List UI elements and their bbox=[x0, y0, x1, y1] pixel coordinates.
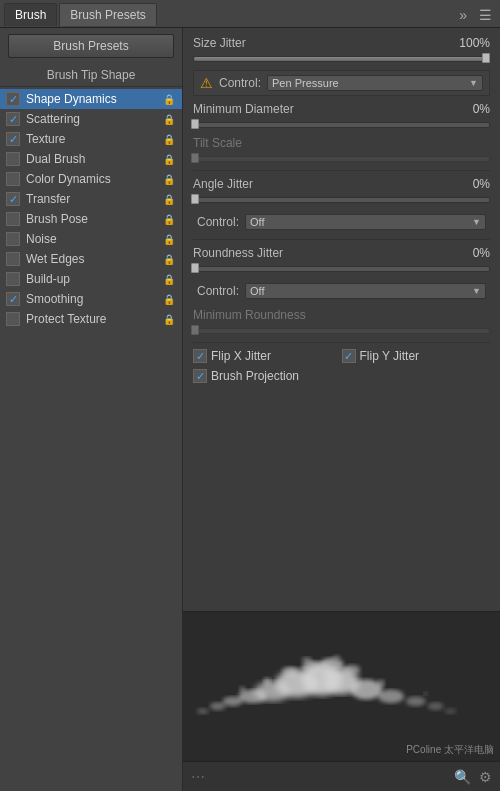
brush-tip-shape-title: Brush Tip Shape bbox=[0, 64, 182, 87]
settings-icon[interactable]: ⚙ bbox=[479, 769, 492, 785]
expand-icon[interactable]: » bbox=[455, 7, 471, 23]
label-wet-edges: Wet Edges bbox=[26, 252, 162, 266]
checkbox-texture[interactable] bbox=[6, 132, 20, 146]
label-dual-brush: Dual Brush bbox=[26, 152, 162, 166]
label-brush-pose: Brush Pose bbox=[26, 212, 162, 226]
svg-point-18 bbox=[239, 687, 245, 693]
sidebar-item-scattering[interactable]: Scattering 🔒 bbox=[0, 109, 182, 129]
svg-point-14 bbox=[282, 667, 298, 677]
lock-icon-color-dynamics: 🔒 bbox=[162, 172, 176, 186]
checkbox-wet-edges[interactable] bbox=[6, 252, 20, 266]
checkbox-build-up[interactable] bbox=[6, 272, 20, 286]
checkbox-color-dynamics[interactable] bbox=[6, 172, 20, 186]
brush-presets-button[interactable]: Brush Presets bbox=[8, 34, 174, 58]
roundness-jitter-value: 0% bbox=[450, 246, 490, 260]
lock-icon-wet-edges: 🔒 bbox=[162, 252, 176, 266]
control-off1-label: Control: bbox=[197, 215, 239, 229]
checkbox-protect-texture[interactable] bbox=[6, 312, 20, 326]
sidebar-item-smoothing[interactable]: Smoothing 🔒 bbox=[0, 289, 182, 309]
right-panel: Size Jitter 100% ⚠ Control: Pen Pressure… bbox=[183, 28, 500, 791]
angle-jitter-label: Angle Jitter bbox=[193, 177, 450, 191]
size-jitter-value: 100% bbox=[450, 36, 490, 50]
warning-icon: ⚠ bbox=[200, 75, 213, 91]
control-label-text: Control: bbox=[219, 76, 261, 90]
sidebar-item-transfer[interactable]: Transfer 🔒 bbox=[0, 189, 182, 209]
sidebar-item-shape-dynamics[interactable]: Shape Dynamics 🔒 bbox=[0, 89, 182, 109]
brush-preview: PColine 太平洋电脑 bbox=[183, 611, 500, 761]
svg-point-16 bbox=[320, 658, 344, 672]
min-diameter-label: Minimum Diameter bbox=[193, 102, 450, 116]
checkbox-flip-x[interactable] bbox=[193, 349, 207, 363]
label-shape-dynamics: Shape Dynamics bbox=[26, 92, 162, 106]
svg-point-20 bbox=[377, 680, 385, 688]
checkbox-flip-y[interactable] bbox=[342, 349, 356, 363]
min-diameter-slider[interactable] bbox=[193, 120, 490, 130]
checkbox-shape-dynamics[interactable] bbox=[6, 92, 20, 106]
sidebar-item-brush-pose[interactable]: Brush Pose 🔒 bbox=[0, 209, 182, 229]
svg-point-1 bbox=[197, 708, 209, 714]
tilt-scale-slider[interactable] bbox=[193, 154, 490, 164]
tilt-scale-row: Tilt Scale bbox=[193, 136, 490, 150]
size-jitter-slider[interactable] bbox=[193, 54, 490, 64]
sidebar-item-texture[interactable]: Texture 🔒 bbox=[0, 129, 182, 149]
sidebar-item-protect-texture[interactable]: Protect Texture 🔒 bbox=[0, 309, 182, 329]
size-jitter-label: Size Jitter bbox=[193, 36, 450, 50]
flip-x-label: Flip X Jitter bbox=[211, 349, 322, 363]
sidebar-item-dual-brush[interactable]: Dual Brush 🔒 bbox=[0, 149, 182, 169]
checkbox-smoothing[interactable] bbox=[6, 292, 20, 306]
label-color-dynamics: Color Dynamics bbox=[26, 172, 162, 186]
checkbox-noise[interactable] bbox=[6, 232, 20, 246]
svg-point-19 bbox=[263, 678, 271, 686]
checkbox-dual-brush[interactable] bbox=[6, 152, 20, 166]
svg-point-21 bbox=[424, 691, 428, 695]
pen-pressure-dropdown[interactable]: Pen Pressure ▼ bbox=[267, 75, 483, 91]
roundness-jitter-slider[interactable] bbox=[193, 264, 490, 274]
dropdown-arrow: ▼ bbox=[469, 78, 478, 88]
roundness-jitter-label: Roundness Jitter bbox=[193, 246, 450, 260]
min-roundness-row: Minimum Roundness bbox=[193, 308, 490, 322]
tab-bar: Brush Brush Presets » ☰ bbox=[0, 0, 500, 28]
flip-y-label: Flip Y Jitter bbox=[360, 349, 471, 363]
angle-jitter-slider[interactable] bbox=[193, 195, 490, 205]
control-off2-row: Control: Off ▼ bbox=[193, 280, 490, 302]
sidebar-item-build-up[interactable]: Build-up 🔒 bbox=[0, 269, 182, 289]
checkbox-scattering[interactable] bbox=[6, 112, 20, 126]
search-icon[interactable]: 🔍 bbox=[454, 769, 471, 785]
control-off2-option: Off bbox=[250, 285, 264, 297]
svg-point-17 bbox=[342, 665, 360, 675]
lock-icon-shape-dynamics: 🔒 bbox=[162, 92, 176, 106]
control-warning-row: ⚠ Control: Pen Pressure ▼ bbox=[193, 70, 490, 96]
min-roundness-slider[interactable] bbox=[193, 326, 490, 336]
sidebar-item-noise[interactable]: Noise 🔒 bbox=[0, 229, 182, 249]
dots-indicator: ⋯ bbox=[191, 769, 205, 785]
roundness-jitter-row: Roundness Jitter 0% bbox=[193, 246, 490, 260]
control-off1-dropdown[interactable]: Off ▼ bbox=[245, 214, 486, 230]
checkbox-transfer[interactable] bbox=[6, 192, 20, 206]
checkbox-brush-projection[interactable] bbox=[193, 369, 207, 383]
label-noise: Noise bbox=[26, 232, 162, 246]
brush-projection-label: Brush Projection bbox=[211, 369, 470, 383]
bottom-bar: ⋯ 🔍 ⚙ bbox=[183, 761, 500, 791]
pen-pressure-option: Pen Pressure bbox=[272, 77, 339, 89]
control-off2-dropdown[interactable]: Off ▼ bbox=[245, 283, 486, 299]
tilt-scale-label: Tilt Scale bbox=[193, 136, 490, 150]
menu-icon[interactable]: ☰ bbox=[475, 7, 496, 23]
label-texture: Texture bbox=[26, 132, 162, 146]
lock-icon-scattering: 🔒 bbox=[162, 112, 176, 126]
dropdown-arrow-1: ▼ bbox=[472, 217, 481, 227]
lock-icon-build-up: 🔒 bbox=[162, 272, 176, 286]
lock-icon-dual-brush: 🔒 bbox=[162, 152, 176, 166]
sidebar-item-color-dynamics[interactable]: Color Dynamics 🔒 bbox=[0, 169, 182, 189]
tab-brush[interactable]: Brush bbox=[4, 3, 57, 26]
svg-point-2 bbox=[210, 702, 226, 710]
min-roundness-label: Minimum Roundness bbox=[193, 308, 490, 322]
svg-point-12 bbox=[428, 702, 444, 710]
sidebar-item-wet-edges[interactable]: Wet Edges 🔒 bbox=[0, 249, 182, 269]
lock-icon-transfer: 🔒 bbox=[162, 192, 176, 206]
min-diameter-value: 0% bbox=[450, 102, 490, 116]
label-scattering: Scattering bbox=[26, 112, 162, 126]
checkbox-brush-pose[interactable] bbox=[6, 212, 20, 226]
flip-row: Flip X Jitter Flip Y Jitter bbox=[193, 349, 490, 363]
main-layout: Brush Presets Brush Tip Shape Shape Dyna… bbox=[0, 28, 500, 791]
tab-brush-presets[interactable]: Brush Presets bbox=[59, 3, 156, 26]
